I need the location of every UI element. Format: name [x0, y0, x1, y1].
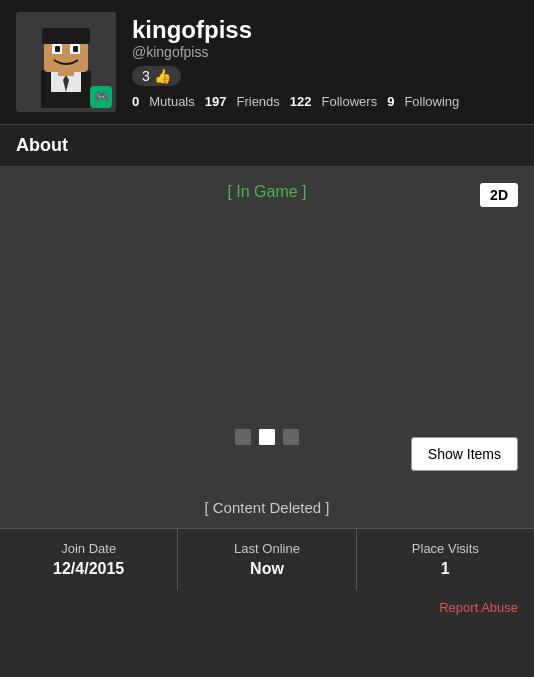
content-deleted-text: [ Content Deleted ] [204, 499, 329, 516]
like-count: 3 [142, 68, 150, 84]
avatar-3d-display [167, 213, 367, 413]
following-label: Following [404, 94, 459, 109]
followers-label: Followers [322, 94, 378, 109]
avatar-container: 🎮 [16, 12, 116, 112]
svg-rect-10 [58, 70, 74, 76]
thumbs-up-icon: 👍 [154, 68, 171, 84]
place-visits-value: 1 [365, 560, 526, 578]
user-handle: @kingofpiss [132, 44, 518, 60]
report-row: Report Abuse [0, 590, 534, 624]
carousel-dot-1[interactable] [235, 429, 251, 445]
carousel-dot-2[interactable] [259, 429, 275, 445]
followers-value: 122 [290, 94, 312, 109]
content-deleted-notice: [ Content Deleted ] [0, 487, 534, 528]
following-value: 9 [387, 94, 394, 109]
svg-rect-5 [42, 28, 90, 44]
mutuals-label: Mutuals [149, 94, 195, 109]
like-badge: 3 👍 [132, 66, 181, 86]
game-icon: 🎮 [94, 90, 109, 104]
report-abuse-link[interactable]: Report Abuse [439, 600, 518, 615]
svg-rect-8 [55, 46, 60, 52]
friends-value: 197 [205, 94, 227, 109]
svg-rect-9 [73, 46, 78, 52]
view-toggle-button[interactable]: 2D [480, 183, 518, 207]
last-online-cell: Last Online Now [178, 529, 356, 590]
avatar-viewer: [ In Game ] 2D Show Items [0, 167, 534, 487]
carousel-dots [235, 429, 299, 445]
mutuals-value: 0 [132, 94, 139, 109]
profile-header: 🎮 kingofpiss @kingofpiss 3 👍 0 Mutuals 1… [0, 0, 534, 124]
profile-stats-bar: Join Date 12/4/2015 Last Online Now Plac… [0, 528, 534, 590]
friends-label: Friends [236, 94, 279, 109]
place-visits-label: Place Visits [365, 541, 526, 556]
last-online-value: Now [186, 560, 347, 578]
join-date-cell: Join Date 12/4/2015 [0, 529, 178, 590]
stats-row: 0 Mutuals 197 Friends 122 Followers 9 Fo… [132, 94, 518, 109]
join-date-label: Join Date [8, 541, 169, 556]
join-date-value: 12/4/2015 [8, 560, 169, 578]
online-badge: 🎮 [90, 86, 112, 108]
about-section-header: About [0, 124, 534, 167]
last-online-label: Last Online [186, 541, 347, 556]
in-game-status: [ In Game ] [227, 183, 306, 201]
about-label: About [16, 135, 68, 155]
carousel-dot-3[interactable] [283, 429, 299, 445]
username: kingofpiss [132, 16, 518, 44]
show-items-button[interactable]: Show Items [411, 437, 518, 471]
place-visits-cell: Place Visits 1 [357, 529, 534, 590]
profile-info: kingofpiss @kingofpiss 3 👍 0 Mutuals 197… [132, 16, 518, 109]
